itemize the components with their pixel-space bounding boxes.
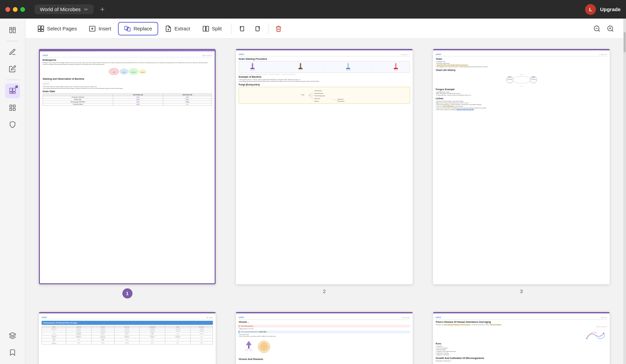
- insert-label: Insert: [98, 26, 111, 31]
- edit-icon[interactable]: ✏: [84, 7, 88, 12]
- active-dot: [15, 85, 18, 88]
- page-item-4: UPDF ALGAE Characteristics Of Selected P…: [39, 312, 216, 364]
- title-bar: World of Microbes ✏ + L Upgrade: [0, 0, 626, 19]
- traffic-lights: [5, 7, 25, 12]
- svg-rect-44: [252, 63, 253, 68]
- replace-button[interactable]: Replace: [118, 22, 158, 35]
- insert-button[interactable]: Insert: [83, 23, 117, 35]
- delete-button[interactable]: [272, 23, 285, 35]
- svg-line-79: [251, 348, 252, 351]
- svg-text:Cell Cycle: Cell Cycle: [531, 79, 536, 80]
- svg-line-76: [245, 348, 247, 351]
- svg-rect-10: [10, 108, 12, 110]
- svg-line-54: [309, 93, 314, 95]
- svg-rect-13: [38, 26, 41, 29]
- page-thumb-2[interactable]: UPDF Chapter 1 Gram Staining Procedure: [236, 49, 413, 284]
- svg-text:Zygomycota: Zygomycota: [314, 98, 320, 99]
- svg-rect-11: [13, 108, 15, 110]
- replace-label: Replace: [134, 26, 152, 31]
- rotate-right-icon: [254, 25, 261, 32]
- sidebar-icon-grid[interactable]: [5, 100, 20, 115]
- page-item-2: UPDF Chapter 1 Gram Staining Procedure: [236, 49, 413, 298]
- page-number-3: 3: [520, 288, 523, 294]
- svg-rect-1: [13, 27, 15, 33]
- pages-grid: UPDF BACTERIA Endospores Endospores are …: [39, 49, 610, 364]
- page-thumb-1[interactable]: UPDF BACTERIA Endospores Endospores are …: [39, 49, 216, 284]
- svg-rect-6: [10, 92, 12, 94]
- minimize-button[interactable]: [13, 7, 18, 12]
- page-number-1: 1: [122, 288, 133, 298]
- rotate-right-button[interactable]: [250, 23, 264, 35]
- upgrade-button[interactable]: Upgrade: [600, 6, 621, 12]
- extract-label: Extract: [174, 26, 190, 31]
- title-bar-right: L Upgrade: [585, 4, 621, 15]
- page-thumb-5[interactable]: UPDF VIRUSES Viruses ✷ • Intracellular p…: [236, 312, 413, 364]
- close-button[interactable]: [5, 7, 10, 12]
- svg-text:Blastocladiomycota: Blastocladiomycota: [314, 93, 323, 94]
- select-pages-icon: [38, 25, 44, 32]
- sidebar-icon-pages[interactable]: [5, 83, 20, 98]
- sidebar-icon-pen[interactable]: [5, 45, 20, 59]
- svg-text:Diploid: Diploid: [508, 77, 511, 78]
- sidebar-divider-1: [6, 41, 19, 41]
- sidebar-icon-bookmark[interactable]: [5, 345, 20, 360]
- sidebar-icon-layers[interactable]: [5, 328, 20, 343]
- svg-rect-14: [41, 26, 44, 29]
- svg-rect-21: [128, 28, 130, 31]
- zoom-in-button[interactable]: [604, 23, 617, 35]
- svg-line-63: [332, 99, 337, 101]
- svg-rect-20: [125, 26, 127, 29]
- delete-icon: [275, 25, 282, 32]
- svg-point-84: [586, 338, 587, 339]
- sidebar-icon-security[interactable]: [5, 117, 20, 132]
- svg-rect-75: [248, 345, 249, 348]
- svg-rect-49: [346, 68, 350, 69]
- svg-rect-9: [13, 105, 15, 107]
- svg-rect-47: [298, 68, 303, 69]
- svg-text:ASCUS: ASCUS: [520, 86, 523, 87]
- svg-rect-24: [203, 26, 206, 31]
- page-thumb-3[interactable]: UPDF FUNGUS Yeast ◁ • Unicellular Fungi•…: [433, 49, 610, 284]
- svg-text:Fungi: Fungi: [301, 94, 305, 96]
- page-number-2: 2: [323, 288, 326, 294]
- svg-text:Basidiomycota: Basidiomycota: [338, 101, 344, 102]
- svg-rect-51: [394, 68, 398, 69]
- page-thumb-4[interactable]: UPDF ALGAE Characteristics Of Selected P…: [39, 312, 216, 364]
- svg-text:Ascomycota: Ascomycota: [338, 99, 343, 100]
- scrollbar-thumb[interactable]: [624, 32, 626, 52]
- zoom-out-icon: [593, 25, 601, 32]
- extract-button[interactable]: Extract: [160, 23, 196, 35]
- select-pages-button[interactable]: Select Pages: [32, 23, 82, 35]
- app-container: Select Pages Insert Replace: [0, 19, 626, 364]
- extract-icon: [165, 25, 172, 32]
- svg-text:mature: mature: [131, 71, 136, 73]
- separator-1: [231, 23, 232, 34]
- svg-line-78: [249, 348, 250, 351]
- new-tab-button[interactable]: +: [100, 5, 105, 14]
- content-area: Select Pages Insert Replace: [25, 19, 623, 364]
- rotate-left-button[interactable]: [236, 23, 249, 35]
- svg-point-85: [603, 333, 604, 334]
- sidebar-icon-book[interactable]: [5, 23, 20, 37]
- svg-text:cell: cell: [113, 71, 115, 73]
- document-title: World of Microbes: [40, 6, 81, 12]
- page-thumb-6[interactable]: UPDF PRION Prion's Disease Of Human Inhe…: [433, 312, 610, 364]
- zoom-in-icon: [607, 25, 614, 32]
- zoom-out-button[interactable]: [591, 23, 603, 35]
- svg-text:Chytridiomycota: Chytridiomycota: [314, 90, 322, 92]
- svg-rect-25: [206, 26, 209, 31]
- svg-line-77: [247, 348, 248, 351]
- pages-area[interactable]: UPDF BACTERIA Endospores Endospores are …: [25, 39, 623, 364]
- svg-text:Cell Cycle: Cell Cycle: [507, 79, 512, 80]
- sidebar-divider-2: [6, 80, 19, 80]
- sidebar-icon-note[interactable]: [5, 61, 20, 76]
- split-button[interactable]: Split: [197, 23, 227, 35]
- split-label: Split: [212, 26, 222, 31]
- document-tab[interactable]: World of Microbes ✏: [34, 4, 94, 14]
- svg-marker-12: [9, 333, 16, 336]
- replace-icon: [124, 25, 131, 32]
- svg-rect-16: [41, 29, 44, 31]
- scrollbar[interactable]: [623, 19, 626, 364]
- maximize-button[interactable]: [20, 7, 25, 12]
- user-avatar[interactable]: L: [585, 4, 596, 15]
